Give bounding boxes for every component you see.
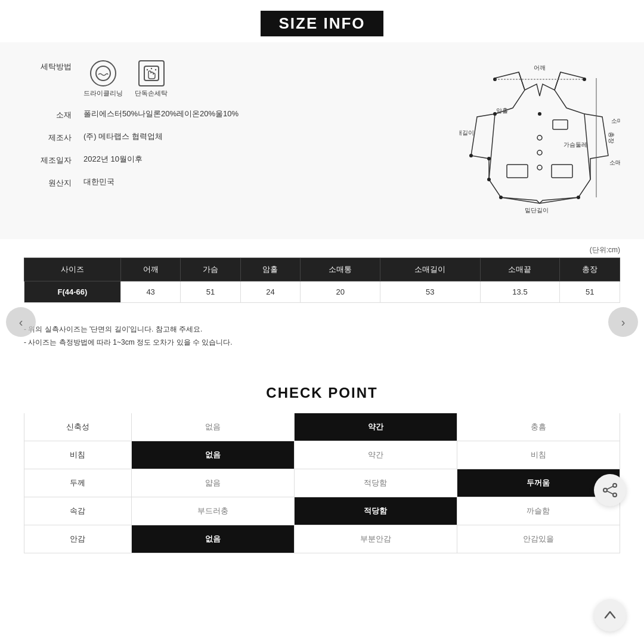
unit-label: (단위:cm) — [24, 245, 620, 255]
note-1: - 위의 실측사이즈는 '단면의 길이'입니다. 참고해 주세요. — [24, 323, 620, 336]
size-table-body: F(44-66) 43 51 24 20 53 13.5 51 — [24, 281, 620, 303]
svg-point-32 — [613, 493, 617, 497]
notes-section: - 위의 실측사이즈는 '단면의 길이'입니다. 참고해 주세요. - 사이즈는… — [0, 315, 644, 367]
check-cell: 없음 — [131, 413, 294, 441]
check-cell: 적당함 — [294, 469, 457, 497]
size-table-head: 사이즈 어깨 가슴 암홀 소매통 소매길이 소매끝 총장 — [24, 258, 620, 281]
svg-rect-9 — [552, 165, 572, 178]
svg-text:소매끝: 소매끝 — [609, 159, 620, 166]
check-cell: 안감있을 — [457, 525, 620, 553]
nav-arrow-left[interactable]: ‹ — [6, 307, 36, 337]
svg-text:총장: 총장 — [608, 132, 615, 144]
svg-point-30 — [613, 484, 617, 487]
sleeve-end-cell: 13.5 — [480, 281, 560, 303]
page-container: ‹ › SIZE INFO 세탁방법 — [0, 0, 644, 644]
svg-point-19 — [538, 112, 541, 116]
svg-line-33 — [607, 487, 613, 490]
product-info-left: 세탁방법 드라이클리닝 — [24, 60, 435, 227]
share-icon — [602, 482, 618, 499]
check-cell: 비침 — [457, 441, 620, 469]
check-cell: 없음 — [131, 441, 294, 469]
manufacturer-row: 제조사 (주) 메타랩스 협력업체 — [24, 131, 435, 143]
dry-clean-label: 드라이클리닝 — [83, 89, 123, 98]
manufacturer-value: (주) 메타랩스 협력업체 — [83, 131, 435, 142]
origin-value: 대한민국 — [83, 177, 435, 187]
dry-clean-svg — [95, 65, 112, 82]
size-cell: F(44-66) — [24, 281, 121, 303]
col-size: 사이즈 — [24, 258, 121, 281]
col-total-length: 총장 — [560, 258, 620, 281]
check-row-label: 안감 — [24, 525, 132, 553]
check-cell: 얇음 — [131, 469, 294, 497]
shoulder-cell: 43 — [120, 281, 180, 303]
svg-text:소매통: 소매통 — [611, 117, 620, 124]
svg-rect-10 — [553, 120, 568, 129]
svg-point-15 — [487, 157, 491, 160]
svg-point-6 — [537, 150, 542, 155]
check-row-label: 속감 — [24, 497, 132, 525]
col-shoulder: 어깨 — [120, 258, 180, 281]
up-arrow-icon — [602, 607, 618, 624]
origin-label: 원산지 — [24, 177, 72, 188]
col-sleeve-end: 소매끝 — [480, 258, 560, 281]
check-point-title: CHECK POINT — [24, 385, 620, 401]
check-point-section: CHECK POINT 신축성없음약간충흠비침없음약간비침두께얇음적당함두꺼움속… — [0, 367, 644, 571]
sleeve-width-cell: 20 — [301, 281, 380, 303]
manufacture-date-row: 제조일자 2022년 10월이후 — [24, 154, 435, 166]
svg-text:가슴둘레: 가슴둘레 — [564, 141, 587, 148]
col-chest: 가슴 — [181, 258, 240, 281]
hand-wash-label: 단독손세탁 — [135, 89, 168, 98]
hand-wash-icon — [138, 60, 165, 86]
svg-point-7 — [537, 165, 542, 170]
check-row-label: 신축성 — [24, 413, 132, 441]
wash-label: 세탁방법 — [24, 60, 72, 72]
left-arrow-icon: ‹ — [19, 315, 23, 329]
note-2: - 사이즈는 측정방법에 따라 1~3cm 정도 오차가 있을 수 있습니다. — [24, 336, 620, 349]
dry-clean-item: 드라이클리닝 — [83, 60, 123, 98]
check-cell: 까슬함 — [457, 497, 620, 525]
check-row: 신축성없음약간충흠 — [24, 413, 620, 441]
manufacture-date-value: 2022년 10월이후 — [83, 154, 435, 165]
jacket-diagram: 어깨 총장 소매길이 암홀 가슴둘레 소매통 소매끝 밑단길이 — [459, 60, 614, 227]
nav-arrow-right[interactable]: › — [608, 307, 638, 337]
check-row: 속감부드러충적당함까슬함 — [24, 497, 620, 525]
svg-point-31 — [603, 488, 607, 492]
wash-method-row: 세탁방법 드라이클리닝 — [24, 60, 435, 98]
svg-text:밑단길이: 밑단길이 — [525, 207, 549, 213]
svg-point-17 — [499, 196, 503, 199]
check-cell: 약간 — [294, 413, 457, 441]
fab-share-button[interactable] — [594, 474, 626, 506]
check-row: 두께얇음적당함두꺼움 — [24, 469, 620, 497]
total-length-cell: 51 — [560, 281, 620, 303]
svg-point-2 — [146, 69, 147, 70]
table-row: F(44-66) 43 51 24 20 53 13.5 51 — [24, 281, 620, 303]
svg-text:암홀: 암홀 — [496, 107, 508, 114]
check-row: 비침없음약간비침 — [24, 441, 620, 469]
svg-point-14 — [487, 178, 491, 181]
check-table: 신축성없음약간충흠비침없음약간비침두께얇음적당함두꺼움속감부드러충적당함까슬함안… — [24, 413, 620, 553]
care-icons: 드라이클리닝 — [83, 60, 168, 98]
svg-point-16 — [469, 154, 473, 157]
svg-point-5 — [537, 135, 542, 140]
fab-top-button[interactable] — [594, 599, 626, 631]
check-cell: 약간 — [294, 441, 457, 469]
svg-point-18 — [577, 196, 580, 199]
page-title: SIZE INFO — [261, 11, 383, 36]
jacket-diagram-svg: 어깨 총장 소매길이 암홀 가슴둘레 소매통 소매끝 밑단길이 — [459, 60, 620, 227]
check-cell: 없음 — [131, 525, 294, 553]
check-row-label: 두께 — [24, 469, 132, 497]
col-armhole: 암홀 — [240, 258, 300, 281]
hand-wash-svg — [143, 65, 160, 82]
product-info-right: 어깨 총장 소매길이 암홀 가슴둘레 소매통 소매끝 밑단길이 — [453, 60, 620, 227]
material-row: 소재 폴리에스터50%나일론20%레이온20%울10% — [24, 109, 435, 120]
right-arrow-icon: › — [621, 315, 626, 329]
material-value: 폴리에스터50%나일론20%레이온20%울10% — [83, 109, 435, 119]
check-table-body: 신축성없음약간충흠비침없음약간비침두께얇음적당함두꺼움속감부드러충적당함까슬함안… — [24, 413, 620, 553]
check-row: 안감없음부분안감안감있을 — [24, 525, 620, 553]
chest-cell: 51 — [181, 281, 240, 303]
svg-text:소매길이: 소매길이 — [459, 129, 474, 136]
check-cell: 충흠 — [457, 413, 620, 441]
material-label: 소재 — [24, 109, 72, 120]
manufacture-date-label: 제조일자 — [24, 154, 72, 166]
sleeve-length-cell: 53 — [380, 281, 480, 303]
